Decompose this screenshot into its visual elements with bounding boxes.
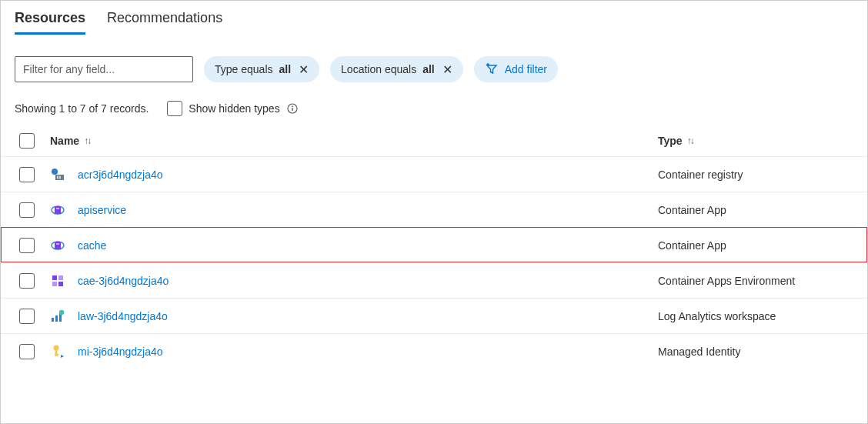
svg-rect-19 <box>52 318 54 322</box>
add-filter-button[interactable]: Add filter <box>474 56 558 82</box>
resource-link[interactable]: acr3j6d4ngdzja4o <box>78 169 163 181</box>
svg-rect-7 <box>57 175 58 179</box>
filter-pill-type-prefix: Type equals <box>215 63 273 75</box>
add-filter-icon <box>485 62 499 76</box>
resource-icon <box>50 309 65 324</box>
resource-icon <box>50 273 65 289</box>
resource-type: Container registry <box>658 169 743 181</box>
resource-type: Container App <box>658 239 726 252</box>
svg-rect-10 <box>55 206 61 214</box>
row-checkbox[interactable] <box>19 273 35 289</box>
filter-pill-type-value: all <box>279 63 292 75</box>
resource-type: Container App <box>658 204 726 216</box>
svg-point-22 <box>59 309 64 314</box>
resource-icon <box>50 238 65 253</box>
column-header-type[interactable]: Type ↑↓ <box>658 135 853 147</box>
filter-pill-location-prefix: Location equals <box>341 63 416 75</box>
show-hidden-checkbox[interactable] <box>167 101 182 116</box>
tabs-bar: Resources Recommendations <box>1 1 867 35</box>
table-row: apiserviceContainer App <box>1 192 867 227</box>
svg-marker-26 <box>61 355 64 358</box>
svg-rect-20 <box>55 315 58 322</box>
table-header: Name ↑↓ Type ↑↓ <box>1 127 867 156</box>
svg-rect-11 <box>56 208 59 209</box>
select-all-checkbox[interactable] <box>19 133 35 149</box>
svg-rect-25 <box>55 354 59 356</box>
table-row: mi-3j6d4ngdzja4oManaged Identity <box>1 333 867 369</box>
filter-pill-location-value: all <box>422 63 435 75</box>
resource-link[interactable]: law-3j6d4ngdzja4o <box>78 310 168 322</box>
resource-link[interactable]: mi-3j6d4ngdzja4o <box>78 346 163 358</box>
add-filter-label: Add filter <box>505 63 547 75</box>
resource-link[interactable]: apiservice <box>78 204 126 216</box>
resource-link[interactable]: cache <box>78 239 106 252</box>
record-count: Showing 1 to 7 of 7 records. <box>15 102 149 115</box>
column-header-type-label: Type <box>658 135 683 147</box>
sort-icon: ↑↓ <box>687 135 693 146</box>
column-header-name-label: Name <box>50 135 79 147</box>
close-icon[interactable]: ✕ <box>441 62 452 77</box>
table-row: cacheContainer App <box>1 227 867 262</box>
row-checkbox[interactable] <box>19 202 35 218</box>
resource-link[interactable]: cae-3j6d4ngdzja4o <box>78 275 169 287</box>
svg-rect-4 <box>292 108 292 111</box>
svg-rect-18 <box>58 282 63 286</box>
resource-icon <box>50 344 65 359</box>
resource-type: Managed Identity <box>658 346 740 358</box>
filter-bar: Type equals all ✕ Location equals all ✕ … <box>1 35 867 90</box>
table-row: acr3j6d4ngdzja4oContainer registry <box>1 156 867 192</box>
tab-resources[interactable]: Resources <box>15 5 85 34</box>
row-checkbox[interactable] <box>19 344 35 359</box>
resource-type: Container Apps Environment <box>658 275 795 287</box>
filter-input[interactable] <box>15 56 193 82</box>
table-row: cae-3j6d4ngdzja4oContainer Apps Environm… <box>1 262 867 298</box>
resource-type: Log Analytics workspace <box>658 310 776 322</box>
close-icon[interactable]: ✕ <box>297 62 309 77</box>
resource-table: Name ↑↓ Type ↑↓ acr3j6d4ngdzja4oContaine… <box>1 127 867 369</box>
tab-recommendations[interactable]: Recommendations <box>107 5 222 34</box>
show-hidden-label: Show hidden types <box>189 102 279 115</box>
info-icon[interactable] <box>286 102 299 115</box>
resource-icon <box>50 167 65 182</box>
filter-pill-location[interactable]: Location equals all ✕ <box>330 56 463 82</box>
svg-rect-8 <box>59 175 61 179</box>
column-header-name[interactable]: Name ↑↓ <box>50 135 658 147</box>
svg-rect-17 <box>52 282 57 286</box>
status-row: Showing 1 to 7 of 7 records. Show hidden… <box>1 90 867 127</box>
svg-rect-14 <box>56 243 59 245</box>
row-checkbox[interactable] <box>19 167 35 182</box>
svg-point-3 <box>292 105 293 107</box>
row-checkbox[interactable] <box>19 238 35 253</box>
resource-icon <box>50 202 65 218</box>
svg-rect-15 <box>52 275 57 280</box>
row-checkbox[interactable] <box>19 309 35 324</box>
table-row: law-3j6d4ngdzja4oLog Analytics workspace <box>1 298 867 333</box>
svg-rect-16 <box>58 275 63 280</box>
svg-point-5 <box>52 169 58 175</box>
filter-pill-type[interactable]: Type equals all ✕ <box>204 56 319 82</box>
sort-icon: ↑↓ <box>84 135 90 146</box>
svg-rect-13 <box>55 242 61 249</box>
